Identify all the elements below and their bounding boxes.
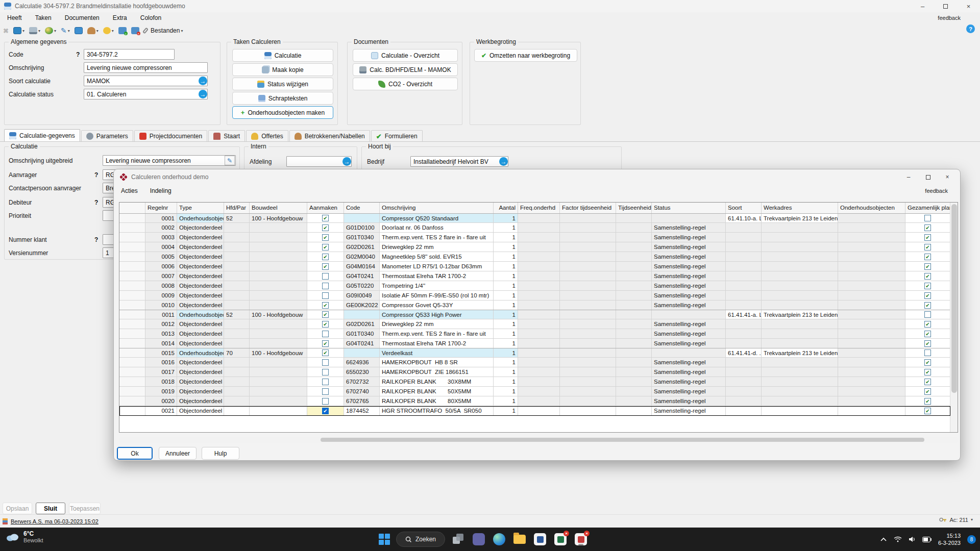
table-row[interactable]: 0020Objectonderdeel6702765RAILKOPER BLAN… xyxy=(119,396,950,406)
afdeling-input[interactable] xyxy=(286,156,352,167)
taken-button-3[interactable]: Status wijzigen xyxy=(232,78,333,90)
tab-offertes[interactable]: Offertes xyxy=(246,130,288,142)
toepassen-button[interactable]: Toepassen xyxy=(69,503,101,514)
aanmaken-checkbox[interactable] xyxy=(322,369,329,375)
session-info-link[interactable]: Berwers A.S. ma 06-03-2023 15:02 xyxy=(11,518,99,524)
table-row[interactable]: 0007ObjectonderdeelG04T0241Thermostaat E… xyxy=(119,271,950,281)
calculatie-status-input[interactable] xyxy=(84,89,208,99)
column-header[interactable]: Type xyxy=(177,203,224,214)
document-button-3[interactable]: CO2 - Overzicht xyxy=(353,78,458,90)
gezamenlijk-checkbox[interactable]: ✔ xyxy=(924,359,931,366)
aanmaken-checkbox[interactable]: ✔ xyxy=(322,224,329,231)
menu-item-documenten[interactable]: Documenten xyxy=(65,14,100,21)
table-row[interactable]: 0010Objectonderdeel✔GE00K2022Compressor … xyxy=(119,300,950,310)
comment-toolbar-button[interactable]: ▾ xyxy=(103,27,114,34)
teams-icon[interactable] xyxy=(472,532,486,546)
soort-calculatie-input[interactable] xyxy=(84,76,208,86)
aanmaken-checkbox[interactable]: ✔ xyxy=(322,302,329,309)
aanmaken-checkbox[interactable]: ✔ xyxy=(322,215,329,221)
aanmaken-checkbox[interactable]: ✔ xyxy=(322,349,329,356)
notification-badge[interactable]: 8 xyxy=(967,535,976,544)
person-add-toolbar-button[interactable]: + xyxy=(118,27,127,34)
aanmaken-checkbox[interactable]: ✔ xyxy=(322,234,329,241)
gezamenlijk-checkbox[interactable]: ✔ xyxy=(924,263,931,270)
gezamenlijk-checkbox[interactable] xyxy=(924,311,931,318)
gezamenlijk-checkbox[interactable]: ✔ xyxy=(924,224,931,231)
bedrijf-goto-button[interactable]: → xyxy=(499,157,508,166)
tab-calculatie-gegevens[interactable]: Calculatie-gegevens xyxy=(4,129,80,142)
atrium-app-icon[interactable]: × xyxy=(574,532,588,546)
gezamenlijk-checkbox[interactable]: ✔ xyxy=(924,331,931,337)
document-button-2[interactable]: Calc. BD/HFD/ELM - MAMOK xyxy=(353,63,458,76)
gezamenlijk-checkbox[interactable]: ✔ xyxy=(924,254,931,260)
hulp-button[interactable]: Hulp xyxy=(202,447,239,460)
column-header[interactable]: Tijdseenheid xyxy=(616,203,652,214)
table-row[interactable]: 0016Objectonderdeel6624936HAMERKOPBOUT H… xyxy=(119,358,950,367)
gezamenlijk-checkbox[interactable] xyxy=(924,349,931,356)
dialog-maximize-icon[interactable] xyxy=(918,169,938,185)
column-header[interactable]: Soort xyxy=(726,203,762,214)
column-header[interactable]: Regelnr xyxy=(145,203,177,214)
omzetten-werkbegroting-button[interactable]: ✔ Omzetten naar werkbegroting xyxy=(474,49,577,62)
explorer-icon[interactable] xyxy=(512,532,527,546)
search-box[interactable]: Zoeken xyxy=(396,532,445,547)
table-row[interactable]: 0004Objectonderdeel✔G02D0261Driewegklep … xyxy=(119,242,950,252)
opslaan-button[interactable]: Opslaan xyxy=(3,503,32,514)
aanmaken-checkbox[interactable] xyxy=(322,292,329,299)
column-header[interactable]: Hfd/Par xyxy=(224,203,250,214)
aanmaken-checkbox[interactable] xyxy=(322,283,329,289)
table-row[interactable]: 0005Objectonderdeel✔G02M0040Magneetklep … xyxy=(119,252,950,262)
table-row[interactable]: 0009ObjectonderdeelG09I0049Isolatie AF 5… xyxy=(119,291,950,300)
tab-parameters[interactable]: Parameters xyxy=(81,130,133,142)
aanmaken-checkbox[interactable]: ✔ xyxy=(322,244,329,251)
excel-icon[interactable]: × xyxy=(553,532,568,546)
ok-button[interactable]: Ok xyxy=(117,447,153,460)
table-row[interactable]: 0014Objectonderdeel✔G04T0241Thermostaat … xyxy=(119,339,950,348)
help-icon[interactable]: ? xyxy=(966,24,975,33)
contacts-toolbar-button[interactable]: ▾ xyxy=(87,27,99,34)
minimize-icon[interactable]: – xyxy=(911,0,934,12)
gezamenlijk-checkbox[interactable] xyxy=(924,215,931,221)
tab-projectdocumenten[interactable]: Projectdocumenten xyxy=(134,130,207,142)
gezamenlijk-checkbox[interactable]: ✔ xyxy=(924,302,931,309)
table-row[interactable]: 0003Objectonderdeel✔G01T0340Therm.exp.ve… xyxy=(119,233,950,242)
gezamenlijk-checkbox[interactable]: ✔ xyxy=(924,244,931,251)
bedrijf-input[interactable] xyxy=(410,156,508,167)
dialog-menu-acties[interactable]: Acties xyxy=(121,187,138,194)
debiteur-help-icon[interactable]: ? xyxy=(94,199,103,206)
archive-toolbar-button[interactable] xyxy=(75,27,83,34)
horizontal-scrollbar[interactable] xyxy=(119,437,958,443)
table-row[interactable]: 0015Onderhoudsobject70100 - Hoofdgebouw✔… xyxy=(119,348,950,358)
annuleer-button[interactable]: Annuleer xyxy=(159,447,197,460)
bestanden-button[interactable]: Bestanden▾ xyxy=(144,27,183,34)
tab-formulieren[interactable]: ✔Formulieren xyxy=(371,130,423,142)
column-header[interactable]: Aanmaken xyxy=(307,203,344,214)
battery-icon[interactable] xyxy=(922,537,932,542)
gezamenlijk-checkbox[interactable]: ✔ xyxy=(924,340,931,347)
nummer-klant-help-icon[interactable]: ? xyxy=(94,236,103,243)
taken-button-2[interactable]: Maak kopie xyxy=(232,63,333,76)
column-header[interactable]: Werkadres xyxy=(762,203,838,214)
gezamenlijk-checkbox[interactable]: ✔ xyxy=(924,292,931,299)
table-row[interactable]: 0021Objectonderdeel✔1874452HGR STROOMTRA… xyxy=(119,406,950,416)
vertical-scrollbar[interactable] xyxy=(950,203,958,432)
aanmaken-checkbox[interactable] xyxy=(322,398,329,405)
column-header[interactable]: Status xyxy=(652,203,726,214)
globe-toolbar-button[interactable]: ▾ xyxy=(45,27,56,34)
gezamenlijk-checkbox[interactable]: ✔ xyxy=(924,408,931,414)
dialog-feedback-link[interactable]: feedback xyxy=(925,188,948,194)
aanmaken-checkbox[interactable] xyxy=(322,273,329,280)
column-header[interactable]: Omschrijving xyxy=(380,203,494,214)
gezamenlijk-checkbox[interactable]: ✔ xyxy=(924,398,931,405)
delete-toolbar-button[interactable]: ✖ xyxy=(3,27,9,35)
wifi-icon[interactable] xyxy=(894,536,902,542)
document-button-1[interactable]: Calculatie - Overzicht xyxy=(353,49,458,62)
menu-item-extra[interactable]: Extra xyxy=(113,14,127,21)
close-icon[interactable]: × xyxy=(957,0,980,12)
code-help-icon[interactable]: ? xyxy=(76,51,84,58)
ac-indicator[interactable]: Ac: 211 ▾ xyxy=(939,516,973,523)
table-row[interactable]: 0019Objectonderdeel6702740RAILKOPER BLAN… xyxy=(119,387,950,396)
column-header[interactable]: Code xyxy=(344,203,380,214)
column-header[interactable]: Aantal xyxy=(494,203,518,214)
gezamenlijk-checkbox[interactable]: ✔ xyxy=(924,321,931,328)
